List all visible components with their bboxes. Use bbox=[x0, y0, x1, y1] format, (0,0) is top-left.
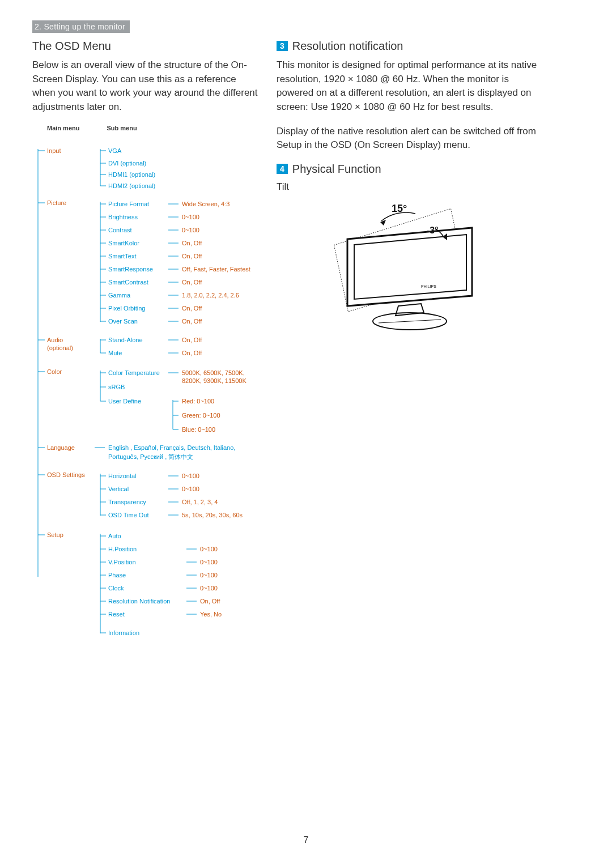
svg-text:Picture Format: Picture Format bbox=[108, 201, 149, 207]
svg-text:Pixel Orbiting: Pixel Orbiting bbox=[108, 305, 145, 312]
svg-text:Green: 0~100: Green: 0~100 bbox=[182, 412, 220, 419]
osd-menu-tree: Input VGA DVI (optional) HDMI1 (optional… bbox=[32, 135, 259, 701]
svg-text:Language: Language bbox=[47, 444, 75, 451]
svg-text:VGA: VGA bbox=[108, 147, 122, 154]
svg-marker-143 bbox=[396, 304, 424, 316]
svg-text:Color Temperature: Color Temperature bbox=[108, 369, 160, 376]
svg-text:English , Español, Français, D: English , Español, Français, Deutsch, It… bbox=[108, 444, 235, 451]
svg-marker-146 bbox=[380, 220, 386, 225]
tilt-diagram: PHILIPS 15° -3° bbox=[325, 199, 495, 335]
brand-label: PHILIPS bbox=[421, 284, 436, 288]
svg-text:Brightness: Brightness bbox=[108, 214, 138, 220]
svg-text:SmartResponse: SmartResponse bbox=[108, 266, 153, 273]
svg-text:H.Position: H.Position bbox=[108, 546, 137, 552]
svg-text:Over Scan: Over Scan bbox=[108, 318, 138, 325]
svg-text:Transparency: Transparency bbox=[108, 499, 146, 505]
badge-4: 4 bbox=[277, 164, 288, 174]
svg-text:Off, Fast, Faster, Fastest: Off, Fast, Faster, Fastest bbox=[182, 266, 250, 273]
svg-text:Clock: Clock bbox=[108, 585, 124, 592]
main-menu-label: Main menu bbox=[47, 125, 79, 131]
svg-text:Wide Screen, 4:3: Wide Screen, 4:3 bbox=[182, 201, 230, 207]
svg-line-145 bbox=[379, 320, 441, 323]
svg-text:On, Off: On, Off bbox=[182, 318, 202, 325]
osd-menu-title: The OSD Menu bbox=[32, 40, 259, 53]
svg-text:Yes, No: Yes, No bbox=[200, 611, 222, 618]
angle-down: -3° bbox=[427, 225, 439, 235]
svg-text:0~100: 0~100 bbox=[200, 572, 218, 578]
svg-text:Horizontal: Horizontal bbox=[108, 473, 137, 479]
svg-text:Stand-Alone: Stand-Alone bbox=[108, 337, 143, 343]
badge-3: 3 bbox=[277, 41, 288, 51]
svg-text:Audio: Audio bbox=[47, 337, 63, 343]
svg-text:sRGB: sRGB bbox=[108, 384, 125, 390]
svg-text:0~100: 0~100 bbox=[182, 473, 199, 479]
svg-text:Off, 1, 2, 3, 4: Off, 1, 2, 3, 4 bbox=[182, 499, 218, 505]
svg-text:On, Off: On, Off bbox=[200, 598, 220, 605]
svg-text:0~100: 0~100 bbox=[200, 559, 218, 565]
resolution-title: 3Resolution notification bbox=[277, 40, 543, 53]
section-header: 2. Setting up the monitor bbox=[32, 20, 130, 33]
right-column: 3Resolution notification This monitor is… bbox=[277, 40, 543, 335]
svg-text:0~100: 0~100 bbox=[200, 546, 218, 552]
svg-text:Color: Color bbox=[47, 368, 62, 375]
svg-text:On, Off: On, Off bbox=[182, 279, 202, 286]
svg-text:HDMI2 (optional): HDMI2 (optional) bbox=[108, 182, 155, 189]
svg-text:SmartContrast: SmartContrast bbox=[108, 279, 148, 286]
svg-text:Vertical: Vertical bbox=[108, 486, 129, 492]
svg-text:0~100: 0~100 bbox=[182, 214, 199, 220]
svg-text:(optional): (optional) bbox=[47, 344, 73, 351]
svg-text:Português, Русский , 简体中文: Português, Русский , 简体中文 bbox=[108, 453, 193, 460]
resolution-heading: Resolution notification bbox=[292, 40, 403, 52]
svg-text:0~100: 0~100 bbox=[182, 227, 199, 233]
svg-text:On, Off: On, Off bbox=[182, 337, 202, 343]
svg-text:DVI (optional): DVI (optional) bbox=[108, 160, 146, 167]
svg-text:Picture: Picture bbox=[47, 199, 66, 206]
svg-text:On, Off: On, Off bbox=[182, 240, 202, 246]
svg-text:User Define: User Define bbox=[108, 398, 141, 405]
svg-text:8200K, 9300K, 11500K: 8200K, 9300K, 11500K bbox=[182, 377, 246, 384]
svg-text:SmartText: SmartText bbox=[108, 253, 137, 259]
angle-up: 15° bbox=[392, 203, 407, 214]
svg-text:1.8, 2.0, 2.2, 2.4, 2.6: 1.8, 2.0, 2.2, 2.4, 2.6 bbox=[182, 292, 239, 299]
menu-input: Input bbox=[47, 147, 61, 154]
svg-text:Gamma: Gamma bbox=[108, 292, 131, 299]
osd-intro: Below is an overall view of the structur… bbox=[32, 58, 259, 114]
svg-text:Blue: 0~100: Blue: 0~100 bbox=[182, 426, 215, 433]
svg-text:OSD Settings: OSD Settings bbox=[47, 471, 85, 478]
svg-text:V.Position: V.Position bbox=[108, 559, 136, 565]
resolution-para-2: Display of the native resolution alert c… bbox=[277, 125, 543, 152]
svg-text:OSD Time Out: OSD Time Out bbox=[108, 512, 149, 518]
svg-text:5000K, 6500K, 7500K,: 5000K, 6500K, 7500K, bbox=[182, 369, 245, 376]
svg-text:Phase: Phase bbox=[108, 572, 126, 578]
tilt-label: Tilt bbox=[277, 181, 543, 193]
svg-text:Red: 0~100: Red: 0~100 bbox=[182, 398, 214, 405]
svg-text:SmartKolor: SmartKolor bbox=[108, 240, 139, 246]
svg-text:Mute: Mute bbox=[108, 350, 122, 356]
svg-text:HDMI1 (optional): HDMI1 (optional) bbox=[108, 171, 155, 178]
svg-text:Contrast: Contrast bbox=[108, 227, 132, 233]
sub-menu-label: Sub menu bbox=[107, 125, 137, 131]
left-column: The OSD Menu Below is an overall view of… bbox=[32, 40, 259, 701]
svg-text:On, Off: On, Off bbox=[182, 350, 202, 356]
svg-text:Reset: Reset bbox=[108, 611, 125, 618]
physical-title: 4Physical Function bbox=[277, 163, 543, 176]
page-number: 7 bbox=[0, 835, 612, 845]
physical-heading: Physical Function bbox=[292, 163, 381, 175]
resolution-para-1: This monitor is designed for optimal per… bbox=[277, 58, 543, 114]
svg-text:On, Off: On, Off bbox=[182, 305, 202, 312]
svg-text:0~100: 0~100 bbox=[182, 486, 199, 492]
svg-text:Resolution Notification: Resolution Notification bbox=[108, 598, 170, 605]
svg-text:Auto: Auto bbox=[108, 533, 121, 539]
svg-text:Information: Information bbox=[108, 629, 139, 636]
svg-text:0~100: 0~100 bbox=[200, 585, 218, 592]
svg-text:5s, 10s, 20s, 30s, 60s: 5s, 10s, 20s, 30s, 60s bbox=[182, 512, 243, 518]
svg-text:Setup: Setup bbox=[47, 531, 63, 538]
svg-text:On, Off: On, Off bbox=[182, 253, 202, 259]
